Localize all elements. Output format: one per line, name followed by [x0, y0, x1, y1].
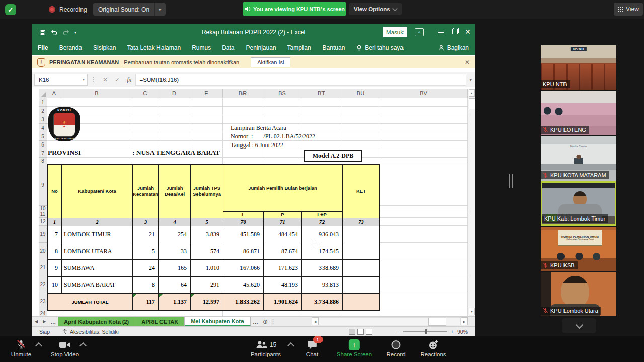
cell-desa[interactable]: 33: [159, 243, 190, 259]
column-header-BU[interactable]: BU: [342, 89, 379, 98]
expand-formula-bar-icon[interactable]: ▾: [466, 77, 475, 82]
index-cell[interactable]: 4: [159, 218, 190, 226]
horizontal-scroll-thumb[interactable]: [428, 318, 446, 326]
insert-function-icon[interactable]: fx: [123, 76, 135, 84]
vertical-scroll-thumb[interactable]: [469, 98, 475, 109]
participants-caret-icon[interactable]: [287, 342, 294, 349]
normal-view-icon[interactable]: [349, 329, 355, 335]
cell-ket[interactable]: [343, 226, 379, 243]
row-header-23[interactable]: 23: [39, 293, 47, 310]
participants-button[interactable]: 15 Participants: [251, 338, 281, 357]
total-label[interactable]: JUMLAH TOTAL: [48, 294, 132, 310]
name-box[interactable]: K16 ▾: [34, 74, 88, 86]
cell-l[interactable]: 45.620: [223, 277, 263, 293]
cell-lp[interactable]: 93.813: [302, 277, 342, 293]
view-button[interactable]: View: [614, 3, 643, 16]
share-workbook-button[interactable]: Bagikan: [438, 40, 469, 55]
cell-p[interactable]: 171.623: [264, 260, 301, 276]
index-cell[interactable]: 70: [223, 218, 263, 226]
ribbon-tab-beranda[interactable]: Beranda: [54, 40, 88, 55]
sheet-tab-april-kabupaten-kota-2-[interactable]: April Kabupaten Kota (2): [58, 317, 135, 326]
sheet-nav-left-icon[interactable]: ◀: [32, 317, 40, 326]
row-header-21[interactable]: 21: [39, 259, 47, 276]
zoom-out-icon[interactable]: −: [396, 329, 399, 335]
participant-video-kpu-loteng[interactable]: KPU LOTENG: [541, 91, 616, 135]
sheet-tab-mei-kabupaten-kota[interactable]: Mei Kabupaten Kota: [185, 317, 251, 326]
row-header-7[interactable]: 7: [39, 149, 47, 158]
cell-desa[interactable]: 165: [159, 260, 190, 276]
ribbon-tab-bantuan[interactable]: Bantuan: [317, 40, 351, 55]
cell-l[interactable]: 451.589: [223, 226, 263, 243]
restore-button[interactable]: [452, 29, 458, 34]
total-tps[interactable]: 12.597: [191, 294, 223, 310]
scroll-right-icon[interactable]: ▶: [461, 317, 468, 325]
column-header-BR[interactable]: BR: [223, 89, 263, 98]
column-header-BT[interactable]: BT: [301, 89, 342, 98]
sheet-list-ellipsis-2[interactable]: …: [251, 317, 260, 326]
encryption-shield-icon[interactable]: ✓: [5, 4, 16, 15]
cell-kecamatan[interactable]: 5: [133, 243, 158, 259]
enable-content-button[interactable]: Aktifkan Isi: [251, 57, 290, 67]
header-pemilih-berjalan[interactable]: Jumlah Pemilih Bulan berjalan: [223, 165, 342, 211]
participant-video-kpu-lombok-utara[interactable]: KPU Lombok Utara: [541, 272, 616, 316]
participant-video-kpu-ksb[interactable]: KOMISI PEMILIHAN UMUMKabupaten Sumbawa B…: [541, 227, 616, 271]
original-sound-toggle[interactable]: Original Sound: On ▾: [93, 3, 166, 16]
cell-tps[interactable]: 291: [191, 277, 223, 293]
unmute-button[interactable]: Unmute: [11, 338, 31, 357]
sub-header-L[interactable]: L: [223, 212, 263, 218]
index-cell[interactable]: 73: [343, 218, 379, 226]
mic-options-caret-icon[interactable]: [35, 342, 42, 349]
cell-kecamatan[interactable]: 8: [133, 277, 158, 293]
worksheet-grid[interactable]: ABCDEBRBSBTBUBV 123456789101112192021222…: [39, 89, 468, 316]
cell-no[interactable]: 10: [48, 277, 61, 293]
ribbon-tab-rumus[interactable]: Rumus: [186, 40, 216, 55]
warning-close-icon[interactable]: ✕: [465, 59, 470, 66]
qat-customize-caret-icon[interactable]: ▾: [74, 30, 76, 35]
recap-table[interactable]: NoKabupaten/ KotaJumlah KecamatanJumlah …: [47, 164, 380, 311]
header-kabupaten[interactable]: Kabupaten/ Kota: [62, 165, 132, 218]
row-header-1[interactable]: 1: [39, 98, 47, 107]
total-l[interactable]: 1.833.262: [223, 294, 263, 310]
caret-down-icon[interactable]: ▾: [155, 7, 166, 12]
cell-tps[interactable]: 1.010: [191, 260, 223, 276]
sidebar-drag-handle[interactable]: [509, 174, 513, 188]
cell-ket[interactable]: [343, 243, 379, 259]
record-button[interactable]: Record: [386, 338, 405, 357]
zoom-level[interactable]: 90%: [457, 329, 468, 335]
column-header-BS[interactable]: BS: [263, 89, 301, 98]
row-header-6[interactable]: 6: [39, 141, 47, 149]
index-cell[interactable]: 71: [264, 218, 301, 226]
participant-video-kpu-kab-lombok-timur[interactable]: KPU Kab. Lombok Timur: [541, 181, 616, 226]
cell-l[interactable]: 86.871: [223, 243, 263, 259]
ribbon-tab-tata-letak-halaman[interactable]: Tata Letak Halaman: [121, 40, 186, 55]
row-header-24[interactable]: 24: [39, 310, 47, 316]
row-header-3[interactable]: 3: [39, 115, 47, 124]
view-options-button[interactable]: View Options: [349, 3, 402, 15]
cell-lp[interactable]: 174.545: [302, 243, 342, 259]
new-sheet-icon[interactable]: ⊕: [260, 317, 270, 326]
column-header-D[interactable]: D: [158, 89, 190, 98]
participant-video-kpu-kota-mataram[interactable]: Media CenterKPU KOTA MATARAM: [541, 136, 616, 181]
scroll-up-icon[interactable]: ▲: [469, 89, 475, 97]
cell-no[interactable]: 9: [48, 260, 61, 276]
cell-kecamatan[interactable]: 24: [133, 260, 158, 276]
name-box-caret-icon[interactable]: ▾: [83, 77, 85, 82]
share-screen-button[interactable]: ↑ Share Screen: [337, 338, 372, 357]
cell-l[interactable]: 167.066: [223, 260, 263, 276]
sheet-list-ellipsis[interactable]: …: [48, 317, 58, 326]
column-header-E[interactable]: E: [190, 89, 223, 98]
header-no[interactable]: No: [48, 165, 61, 218]
vertical-scrollbar[interactable]: ▲ ▼: [468, 89, 475, 316]
header-kecamatan[interactable]: Jumlah Kecamatan: [133, 165, 158, 218]
zoom-in-icon[interactable]: +: [451, 329, 454, 335]
cell-kabupaten[interactable]: LOMBOK UTARA: [62, 243, 132, 259]
save-icon[interactable]: [39, 29, 46, 36]
column-header-BV[interactable]: BV: [379, 89, 468, 98]
index-cell[interactable]: 5: [191, 218, 223, 226]
row-header-5[interactable]: 5: [39, 132, 47, 141]
undo-icon[interactable]: [50, 29, 58, 36]
total-p[interactable]: 1.901.624: [264, 294, 301, 310]
zoom-slider-thumb[interactable]: [425, 329, 427, 334]
more-participants-button[interactable]: [562, 318, 596, 333]
cell-ket[interactable]: [343, 277, 379, 293]
